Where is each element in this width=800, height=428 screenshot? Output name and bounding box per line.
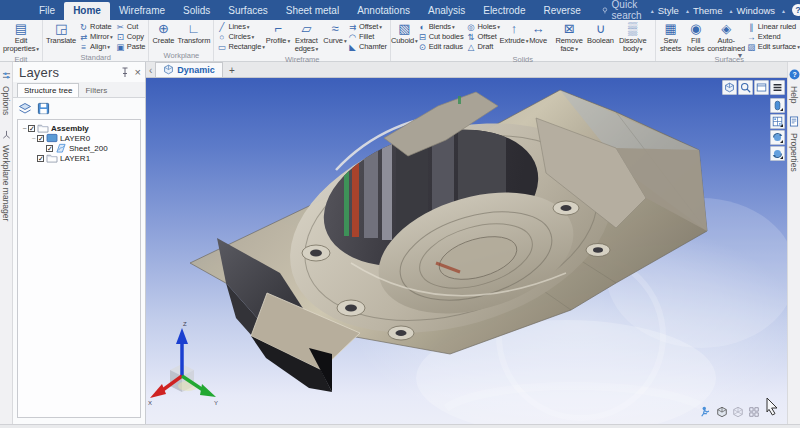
spin-view-icon[interactable]: [770, 146, 785, 161]
rectangle-button[interactable]: ▭Rectangle▾: [216, 42, 266, 52]
extend-button[interactable]: →Extend: [746, 32, 800, 42]
cad-model[interactable]: Z X Y: [146, 78, 787, 424]
tab-solids[interactable]: Solids: [174, 2, 219, 20]
checkbox-checked-icon[interactable]: ✓: [37, 155, 44, 162]
tree-item-sheet-200[interactable]: ✓Sheet_200: [18, 143, 140, 153]
ribbon-group-solids: ▧Cuboid▾◐Blends▾⊟Cut bodies⊙Edit radius◎…: [391, 20, 656, 61]
collapse-ribbon-chevron-icon[interactable]: ▾: [738, 51, 742, 60]
tab-scroll-left-icon[interactable]: ‹: [146, 65, 155, 77]
group-label-workplane: Workplane: [151, 50, 211, 61]
button-icon: ⊕: [158, 22, 169, 37]
move-button[interactable]: ↔Move: [527, 22, 549, 45]
sew-sheets-button[interactable]: ▦Sew sheets: [658, 22, 684, 54]
tab-analysis[interactable]: Analysis: [419, 2, 474, 20]
chamfer-button[interactable]: ◣Chamfer: [347, 42, 388, 52]
walkthrough-icon[interactable]: [698, 404, 713, 419]
offset-solid-button[interactable]: ⇅Offset: [466, 32, 501, 42]
extrude-button[interactable]: ↑Extrude▾: [502, 22, 526, 45]
window-options-icon[interactable]: [754, 80, 769, 95]
quick-search[interactable]: Quick search: [602, 0, 646, 20]
tree-item-layer1[interactable]: ✓LAYER1: [18, 153, 140, 163]
blends-button[interactable]: ◐Blends▾: [417, 22, 465, 32]
tab-wireframe[interactable]: Wireframe: [110, 2, 174, 20]
holes-label: Holes▾: [478, 23, 500, 31]
grid-snap-icon[interactable]: [770, 114, 785, 129]
button-icon: △: [467, 43, 476, 52]
tab-sheet-metal[interactable]: Sheet metal: [277, 2, 348, 20]
tab-home[interactable]: Home: [64, 2, 110, 20]
cut-button[interactable]: ✂Cut: [115, 22, 147, 32]
menu-theme[interactable]: Theme: [693, 5, 723, 16]
boolean-button[interactable]: ∪Boolean: [589, 22, 612, 45]
tree-item-assembly[interactable]: −✓Assembly: [18, 123, 140, 133]
create-label: Create: [152, 37, 174, 45]
create-workplane-button[interactable]: ⊕Create: [151, 22, 175, 45]
cut-bodies-button[interactable]: ⊟Cut bodies: [417, 32, 465, 42]
fill-holes-button[interactable]: ◉Fill holes: [685, 22, 707, 54]
edit-properties-button[interactable]: ▤Edit properties▾: [2, 22, 40, 54]
tab-structure-tree[interactable]: Structure tree: [17, 83, 79, 97]
transform-workplane-button[interactable]: ∟Transform: [176, 22, 211, 45]
dissolve-body-label: Dissolve body▾: [614, 37, 652, 54]
circles-button[interactable]: ○Circles▾: [216, 32, 266, 42]
extract-edges-button[interactable]: ▱Extract edges▾: [290, 22, 323, 54]
tab-file[interactable]: File: [30, 2, 64, 20]
layers-stack-icon[interactable]: [18, 102, 32, 115]
linear-ruled-button[interactable]: ∥Linear ruled: [746, 22, 800, 32]
checkbox-checked-icon[interactable]: ✓: [28, 125, 35, 132]
menu-style[interactable]: Style: [658, 5, 679, 16]
view-cube-icon[interactable]: [722, 80, 737, 95]
dock-tab-workplane-manager[interactable]: Workplane manager: [1, 125, 11, 221]
rotate-button[interactable]: ↻Rotate: [78, 22, 114, 32]
holes-button[interactable]: ◎Holes▾: [466, 22, 501, 32]
zoom-window-icon[interactable]: [738, 80, 753, 95]
remove-face-button[interactable]: ⊠Remove face▾: [550, 22, 588, 54]
shaded-view-icon[interactable]: [714, 404, 729, 419]
draft-button[interactable]: △Draft: [466, 42, 501, 52]
dock-tab-help[interactable]: ?Help: [789, 66, 800, 103]
orbit-view-icon[interactable]: [770, 130, 785, 145]
tree-item-layer0[interactable]: −✓LAYER0: [18, 133, 140, 143]
translate-button[interactable]: ◲Translate: [45, 22, 77, 45]
checkbox-checked-icon[interactable]: ✓: [46, 145, 53, 152]
tab-dynamic[interactable]: Dynamic: [155, 62, 223, 77]
mirror-button[interactable]: ⇄Mirror▾: [78, 32, 114, 42]
offset-wireframe-button[interactable]: ⇉Offset▾: [347, 22, 388, 32]
tab-filters[interactable]: Filters: [79, 84, 113, 97]
auto-constrained-button[interactable]: ◈Auto-constrained: [708, 22, 745, 54]
edit-radius-button[interactable]: ⊙Edit radius: [417, 42, 465, 52]
checkbox-checked-icon[interactable]: ✓: [37, 135, 44, 142]
cuboid-button[interactable]: ▧Cuboid▾: [393, 22, 416, 45]
save-layers-icon[interactable]: [37, 102, 50, 115]
multi-window-icon[interactable]: [746, 404, 761, 419]
edit-surface-button[interactable]: ▨Edit surface▾: [746, 42, 800, 52]
iso-view-icon[interactable]: [770, 98, 785, 113]
tab-surfaces[interactable]: Surfaces: [219, 2, 276, 20]
viewport-3d[interactable]: Z X Y: [146, 78, 787, 424]
close-icon[interactable]: ×: [135, 67, 141, 78]
dock-tab-properties[interactable]: Properties: [789, 113, 799, 172]
expander-icon[interactable]: −: [21, 125, 28, 132]
right-dock-strip: ?HelpProperties: [787, 62, 800, 424]
profile-button[interactable]: ⌐Profile▾: [267, 22, 289, 45]
lines-button[interactable]: ╱Lines▾: [216, 22, 266, 32]
tab-reverse[interactable]: Reverse: [534, 2, 589, 20]
fillet-button[interactable]: ◠Fillet: [347, 32, 388, 42]
expander-icon[interactable]: −: [30, 135, 37, 142]
view-menu-icon[interactable]: [770, 80, 785, 95]
dissolve-body-button[interactable]: ▒Dissolve body▾: [613, 22, 653, 54]
help-circle-icon[interactable]: ?: [792, 4, 800, 16]
dock-tab-options[interactable]: Options: [1, 66, 11, 115]
pin-icon[interactable]: [120, 67, 130, 78]
tab-annotations[interactable]: Annotations: [348, 2, 419, 20]
menu-windows[interactable]: Windows: [736, 5, 775, 16]
axis-triad: Z X Y: [148, 321, 218, 406]
align-button[interactable]: ≡Align▾: [78, 42, 114, 52]
paste-button[interactable]: ▣Paste: [115, 42, 147, 52]
ribbon-group-standard: ◲Translate↻Rotate⇄Mirror▾≡Align▾✂Cut⊡Cop…: [43, 20, 149, 61]
wireframe-view-icon[interactable]: [730, 404, 745, 419]
copy-button[interactable]: ⊡Copy: [115, 32, 147, 42]
tab-electrode[interactable]: Electrode: [474, 2, 534, 20]
curve-button[interactable]: ≈Curve▾: [324, 22, 346, 45]
new-tab-button[interactable]: +: [223, 65, 241, 77]
